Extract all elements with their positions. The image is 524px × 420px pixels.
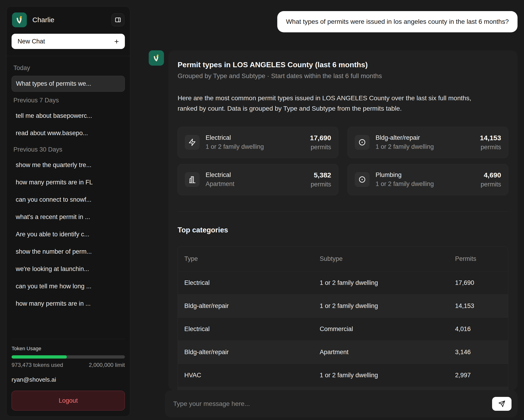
table-row: Bldg-alter/repair Apartment 3,146 <box>178 341 508 364</box>
history-item[interactable]: read about www.basepo... <box>12 126 125 141</box>
response-subtitle: Grouped by Type and Subtype · Start date… <box>178 72 508 80</box>
stat-value: 4,690 <box>480 171 501 179</box>
history-item[interactable]: how many permits are in FL <box>12 175 125 190</box>
bolt-icon <box>188 138 196 146</box>
stat-unit: permits <box>480 181 501 188</box>
response-body-text: Here are the most common permit types is… <box>178 93 492 114</box>
cell-subtype: 1 or 2 family dwelling <box>313 364 448 387</box>
table-row: HVAC 1 or 2 family dwelling 2,997 <box>178 364 508 387</box>
logout-button[interactable]: Logout <box>12 391 125 411</box>
stat-card-plumbing-family: Plumbing 1 or 2 family dwelling 4,690 pe… <box>348 164 508 195</box>
top-categories-heading: Top categories <box>178 226 508 234</box>
new-chat-button[interactable]: New Chat + <box>12 34 125 49</box>
column-header-type: Type <box>178 246 313 271</box>
stat-type: Bldg-alter/repair <box>376 134 480 141</box>
history-item[interactable]: Are you able to identify c... <box>12 227 125 242</box>
send-button[interactable] <box>492 397 512 411</box>
tokens-limit-text: 2,000,000 limit <box>89 362 125 368</box>
history-section-today: Today <box>12 61 125 76</box>
cell-type: HVAC <box>178 364 313 387</box>
stat-value: 14,153 <box>480 134 501 142</box>
cell-type: Bldg-alter/repair <box>178 341 313 364</box>
section-divider <box>178 211 508 212</box>
history-item[interactable]: how many permits are in ... <box>12 296 125 311</box>
stat-subtype: 1 or 2 family dwelling <box>206 143 310 150</box>
stat-unit: permits <box>310 144 331 151</box>
history-section-prev30: Previous 30 Days <box>12 143 125 157</box>
history-item[interactable]: can you connect to snowf... <box>12 192 125 208</box>
cell-subtype: 1 or 2 family dwelling <box>313 271 448 294</box>
send-icon <box>498 400 505 407</box>
stat-icon-tile <box>185 135 200 150</box>
stat-card-grid: Electrical 1 or 2 family dwelling 17,690… <box>178 127 508 195</box>
stat-subtype: 1 or 2 family dwelling <box>376 143 480 150</box>
cell-permits: 2,997 <box>449 364 508 387</box>
top-categories-table: Type Subtype Permits Electrical 1 or 2 f… <box>178 246 508 390</box>
history-item[interactable]: tell me about basepowerc... <box>12 108 125 124</box>
stat-icon-tile <box>185 172 200 187</box>
table-header-row: Type Subtype Permits <box>178 246 508 271</box>
user-message-bubble: What types of permits were issued in los… <box>277 11 517 32</box>
history-item[interactable]: what's a recent permit in ... <box>12 209 125 225</box>
stat-card-electrical-apartment: Electrical Apartment 5,382 permits <box>178 164 338 195</box>
stat-subtype: Apartment <box>206 180 311 188</box>
stat-type: Electrical <box>206 171 311 179</box>
message-input[interactable] <box>173 400 492 408</box>
token-usage-stats: 973,473 tokens used 2,000,000 limit <box>12 362 125 368</box>
response-title: Permit types in LOS ANGELES County (last… <box>178 60 508 69</box>
cell-subtype: 1 or 2 family dwelling <box>313 294 448 317</box>
history-item[interactable]: show me the quarterly tre... <box>12 157 125 173</box>
footer-divider <box>12 339 125 339</box>
token-usage-bar <box>12 355 125 359</box>
app-name: Charlie <box>32 16 112 24</box>
shovel-icon <box>152 53 161 63</box>
circle-dot-icon <box>358 138 366 146</box>
token-usage-label: Token Usage <box>12 346 125 352</box>
message-input-bar <box>165 390 517 418</box>
stat-type: Electrical <box>206 134 310 141</box>
sidebar-header: Charlie <box>7 7 130 30</box>
panel-toggle-icon <box>114 17 122 23</box>
stat-type: Plumbing <box>376 171 480 179</box>
column-header-permits: Permits <box>449 246 508 271</box>
history-section-prev7: Previous 7 Days <box>12 93 125 108</box>
building-icon <box>188 176 196 184</box>
cell-type: Electrical <box>178 271 313 294</box>
cell-permits: 3,146 <box>449 341 508 364</box>
table-row: Electrical Commercial 4,016 <box>178 317 508 341</box>
cell-subtype: Apartment <box>313 341 448 364</box>
table-row: Bldg-alter/repair 1 or 2 family dwelling… <box>178 294 508 317</box>
token-usage-fill <box>12 355 67 359</box>
cell-permits: 4,016 <box>449 318 508 341</box>
cell-type: Electrical <box>178 318 313 341</box>
history-item[interactable]: we're looking at launchin... <box>12 261 125 277</box>
sidebar: Charlie New Chat + Today What types of p… <box>6 6 130 417</box>
shovel-icon <box>14 15 25 25</box>
stat-icon-tile <box>355 172 369 187</box>
new-chat-label: New Chat <box>17 38 114 45</box>
shovels-logo <box>12 12 27 27</box>
table-row: Electrical 1 or 2 family dwelling 17,690 <box>178 271 508 294</box>
table-row-clipped <box>178 387 508 390</box>
stat-unit: permits <box>311 181 331 188</box>
cell-permits: 17,690 <box>449 271 508 294</box>
stat-card-electrical-family: Electrical 1 or 2 family dwelling 17,690… <box>178 127 338 158</box>
sidebar-toggle-button[interactable] <box>112 13 124 26</box>
stat-card-bldg-family: Bldg-alter/repair 1 or 2 family dwelling… <box>348 127 508 158</box>
cell-permits: 14,153 <box>449 294 508 317</box>
stat-value: 17,690 <box>310 134 331 142</box>
assistant-avatar <box>149 50 164 66</box>
column-header-subtype: Subtype <box>313 246 448 271</box>
history-item[interactable]: show the number of perm... <box>12 244 125 260</box>
cell-subtype: Commercial <box>313 318 448 341</box>
tokens-used-text: 973,473 tokens used <box>12 362 63 368</box>
stat-value: 5,382 <box>311 171 331 179</box>
stat-unit: permits <box>480 144 501 151</box>
history-item-active[interactable]: What types of permits we... <box>12 76 125 92</box>
stat-icon-tile <box>355 135 369 150</box>
history-item[interactable]: can you tell me how long ... <box>12 279 125 294</box>
user-email: ryan@shovels.ai <box>12 376 125 383</box>
sidebar-footer: Token Usage 973,473 tokens used 2,000,00… <box>7 332 130 417</box>
stat-subtype: 1 or 2 family dwelling <box>376 180 480 188</box>
assistant-response-card: Permit types in LOS ANGELES County (last… <box>168 50 517 390</box>
